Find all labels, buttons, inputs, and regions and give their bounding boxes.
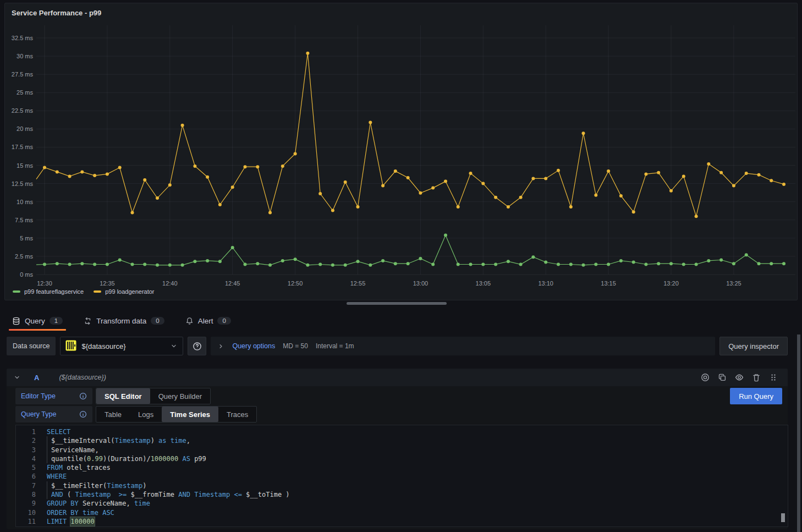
tab-alert[interactable]: Alert0 [182, 311, 234, 330]
editor-type-option-sql-editor[interactable]: SQL Editor [96, 388, 150, 404]
vertical-scrollbar-thumb[interactable] [797, 334, 800, 532]
series-point [469, 172, 473, 175]
query-ref-id: A [34, 374, 39, 382]
series-point [294, 257, 297, 261]
line-number: 5 [16, 463, 47, 472]
query-datasource-hint: (${datasource}) [59, 374, 106, 381]
series-point [281, 259, 284, 262]
series-point [782, 262, 785, 265]
series-point [494, 196, 497, 199]
series-point [156, 264, 159, 267]
collapse-chevron-icon[interactable] [13, 374, 21, 381]
info-circle-icon[interactable] [79, 392, 87, 400]
series-point [268, 211, 272, 215]
record-circle-icon[interactable] [701, 373, 710, 382]
sql-code-editor[interactable]: 1SELECT2$__timeInterval(Timestamp) as ti… [15, 425, 788, 527]
series-point [531, 177, 535, 180]
datasource-help-button[interactable] [188, 337, 206, 355]
series-point [381, 184, 384, 188]
indent-guide [47, 490, 51, 499]
series-point [544, 177, 547, 180]
legend-item[interactable]: p99 loadgenerator [94, 288, 154, 295]
series-point [344, 180, 347, 184]
query-type-label: Query Type [21, 410, 56, 418]
series-point [306, 52, 309, 55]
series-point [657, 171, 660, 174]
datasource-label: Data source [7, 337, 56, 355]
sql-code-line: 10ORDER BY time ASC [16, 508, 788, 517]
series-point [481, 263, 485, 266]
query-type-option-table[interactable]: Table [96, 407, 130, 422]
query-type-option-traces[interactable]: Traces [218, 407, 256, 422]
series-point [669, 189, 673, 193]
series-point [431, 187, 435, 190]
series-point [131, 263, 134, 266]
series-point [757, 173, 761, 177]
series-point [56, 170, 59, 173]
query-row-header[interactable]: A (${datasource}) [7, 369, 788, 386]
run-query-button[interactable]: Run Query [730, 388, 782, 404]
series-point [419, 191, 422, 195]
series-point [669, 262, 673, 265]
legend-item[interactable]: p99 featureflagservice [13, 288, 84, 295]
series-point [770, 262, 773, 265]
trash-icon[interactable] [752, 373, 761, 382]
series-point [519, 263, 523, 266]
series-point [732, 262, 735, 265]
transform-icon [84, 317, 92, 325]
series-point [306, 264, 309, 267]
series-point [68, 263, 72, 266]
series-point [181, 264, 184, 267]
series-point [143, 178, 146, 182]
series-point [745, 253, 748, 256]
query-row-actions [701, 373, 782, 382]
editor-type-option-query-builder[interactable]: Query Builder [150, 388, 210, 404]
series-point [544, 261, 547, 264]
series-point [569, 205, 573, 209]
sql-code-line: 6WHERE [16, 472, 788, 481]
indent-guide [47, 446, 51, 454]
series-point [582, 131, 585, 135]
y-axis-tick-label: 2.5 ms [15, 253, 34, 260]
series-point [732, 184, 735, 188]
tab-count-badge: 0 [217, 317, 230, 325]
y-axis-tick-label: 22.5 ms [12, 107, 34, 114]
query-type-label-box: Query Type [15, 406, 92, 423]
query-type-option-time-series[interactable]: Time Series [162, 407, 218, 422]
y-axis-tick-label: 17.5 ms [12, 144, 34, 150]
y-axis-tick-label: 0 ms [20, 271, 33, 278]
legend-swatch [13, 290, 20, 293]
timeseries-chart[interactable]: 0 ms2.5 ms5 ms7.5 ms10 ms12.5 ms15 ms17.… [5, 3, 797, 300]
info-circle-icon[interactable] [79, 410, 87, 418]
series-point [582, 264, 585, 267]
series-point [494, 263, 497, 266]
horizontal-scrollbar-thumb[interactable] [347, 302, 447, 305]
copy-icon[interactable] [718, 373, 727, 382]
line-number: 6 [16, 472, 47, 481]
tab-query[interactable]: Query1 [9, 311, 66, 330]
tab-transform-data[interactable]: Transform data0 [80, 311, 167, 330]
editor-scrollbar-thumb[interactable] [781, 513, 785, 522]
series-point [193, 260, 196, 263]
x-axis-tick-label: 12:45 [225, 280, 240, 287]
series-point [507, 260, 510, 263]
editor-type-label: Editor Type [21, 392, 56, 400]
x-axis-tick-label: 13:20 [663, 280, 679, 287]
query-options-toggle[interactable]: Query options MD = 50 Interval = 1m [211, 337, 715, 355]
query-type-option-logs[interactable]: Logs [130, 407, 162, 422]
datasource-picker[interactable]: ${datasource} [60, 337, 183, 355]
y-axis-tick-label: 7.5 ms [15, 217, 34, 223]
series-point [782, 183, 785, 186]
line-number: 8 [16, 490, 47, 499]
series-point [594, 194, 597, 197]
database-icon [12, 317, 20, 325]
line-number: 11 [16, 517, 47, 526]
line-number: 4 [16, 454, 47, 463]
query-inspector-button[interactable]: Query inspector [719, 337, 788, 355]
drag-handle-icon[interactable] [769, 373, 778, 382]
series-point [93, 263, 96, 266]
series-point [106, 263, 109, 266]
eye-icon[interactable] [735, 373, 744, 382]
series-point [318, 192, 322, 195]
series-point [407, 262, 410, 265]
